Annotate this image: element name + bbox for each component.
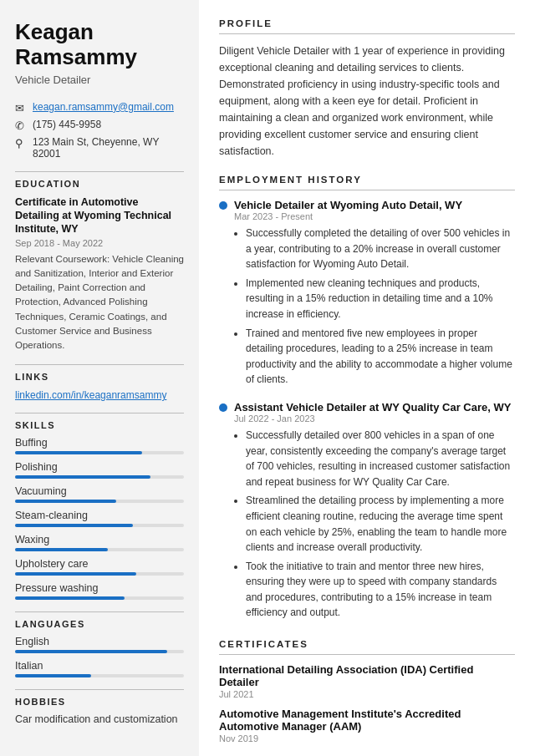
education-date: Sep 2018 - May 2022 xyxy=(15,238,184,248)
skill-bar-fill xyxy=(15,451,142,454)
emp-dot-col xyxy=(219,199,227,391)
skill-label: Pressure washing xyxy=(15,582,184,594)
linkedin-link[interactable]: linkedin.com/in/keaganramsammy xyxy=(15,389,166,401)
skill-item: Polishing xyxy=(15,461,184,479)
job-title: Assistant Vehicle Detailer at WY Quality… xyxy=(234,401,515,414)
skills-section-title: SKILLS xyxy=(15,420,184,430)
education-coursework: Relevant Coursework: Vehicle Cleaning an… xyxy=(15,252,184,353)
bullet-item: Streamlined the detailing process by imp… xyxy=(246,493,515,555)
bullet-item: Implemented new cleaning techniques and … xyxy=(246,276,515,322)
certificates-list: International Detailing Association (IDA… xyxy=(219,663,515,743)
employment-entry: Vehicle Detailer at Wyoming Auto Detail,… xyxy=(219,199,515,391)
email-link[interactable]: keagan.ramsammy@gmail.com xyxy=(33,101,174,113)
skill-bar-bg xyxy=(15,524,184,527)
certificate-name: Automotive Management Institute's Accred… xyxy=(219,708,515,733)
language-bar-fill xyxy=(15,650,167,653)
profile-text: Diligent Vehicle Detailer with 1 year of… xyxy=(219,43,515,160)
skill-bar-fill xyxy=(15,524,133,527)
bullet-item: Trained and mentored five new employees … xyxy=(246,326,515,388)
job-bullets: Successfully detailed over 800 vehicles … xyxy=(234,428,515,621)
candidate-title: Vehicle Detailer xyxy=(15,74,184,86)
contact-phone: ✆ (175) 445-9958 xyxy=(15,119,184,132)
skill-item: Waxing xyxy=(15,534,184,551)
linkedin-link-item: linkedin.com/in/keaganramsammy xyxy=(15,388,184,401)
job-date: Jul 2022 - Jan 2023 xyxy=(234,414,515,424)
emp-body: Vehicle Detailer at Wyoming Auto Detail,… xyxy=(234,199,515,391)
email-icon: ✉ xyxy=(15,102,27,114)
skill-bar-bg xyxy=(15,500,184,503)
language-item: Italian xyxy=(15,660,184,677)
contact-email: ✉ keagan.ramsammy@gmail.com xyxy=(15,101,184,114)
skill-bar-bg xyxy=(15,548,184,551)
hobbies-section-title: HOBBIES xyxy=(15,697,184,707)
language-item: English xyxy=(15,636,184,653)
certificates-section-title: CERTIFICATES xyxy=(219,639,515,649)
skill-bar-bg xyxy=(15,475,184,479)
languages-list: English Italian xyxy=(15,636,184,677)
employment-list: Vehicle Detailer at Wyoming Auto Detail,… xyxy=(219,199,515,624)
skill-label: Steam-cleaning xyxy=(15,510,184,521)
education-degree: Certificate in Automotive Detailing at W… xyxy=(15,195,184,236)
main-content: PROFILE Diligent Vehicle Detailer with 1… xyxy=(199,0,535,756)
language-bar-fill xyxy=(15,674,91,677)
contact-address: ⚲ 123 Main St, Cheyenne, WY 82001 xyxy=(15,136,184,160)
emp-dot xyxy=(219,403,227,412)
certificates-divider xyxy=(219,654,515,655)
profile-divider xyxy=(219,33,515,34)
sidebar: Keagan Ramsammy Vehicle Detailer ✉ keaga… xyxy=(0,0,199,756)
skill-label: Vacuuming xyxy=(15,485,184,497)
education-section-title: EDUCATION xyxy=(15,179,184,189)
bullet-item: Successfully detailed over 800 vehicles … xyxy=(246,428,515,490)
employment-divider xyxy=(219,190,515,190)
skill-item: Buffing xyxy=(15,437,184,454)
skill-bar-fill xyxy=(15,500,116,503)
language-bar-bg xyxy=(15,650,184,653)
language-bar-bg xyxy=(15,674,184,677)
emp-dot xyxy=(219,201,227,210)
certificate-entry: International Detailing Association (IDA… xyxy=(219,663,515,699)
certificate-date: Nov 2019 xyxy=(219,733,515,743)
skills-divider xyxy=(15,413,184,414)
skills-list: Buffing Polishing Vacuuming Steam-cleani… xyxy=(15,437,184,600)
education-divider xyxy=(15,171,184,172)
bullet-item: Took the initiative to train and mentor … xyxy=(246,559,515,621)
certificate-name: International Detailing Association (IDA… xyxy=(219,663,515,688)
skill-bar-bg xyxy=(15,451,184,454)
skill-bar-bg xyxy=(15,596,184,600)
skill-item: Vacuuming xyxy=(15,485,184,503)
links-divider xyxy=(15,364,184,365)
skill-label: Upholstery care xyxy=(15,558,184,570)
skill-bar-fill xyxy=(15,548,108,551)
certificate-entry: Automotive Management Institute's Accred… xyxy=(219,708,515,743)
languages-section-title: LANGUAGES xyxy=(15,619,184,629)
language-label: Italian xyxy=(15,660,184,672)
employment-entry: Assistant Vehicle Detailer at WY Quality… xyxy=(219,401,515,624)
skill-bar-fill xyxy=(15,572,136,576)
skill-label: Polishing xyxy=(15,461,184,473)
skill-label: Waxing xyxy=(15,534,184,545)
location-icon: ⚲ xyxy=(15,137,27,150)
candidate-name: Keagan Ramsammy xyxy=(15,20,184,70)
hobbies-text: Car modification and customization xyxy=(15,713,184,725)
job-bullets: Successfully completed the detailing of … xyxy=(234,226,515,388)
skill-item: Steam-cleaning xyxy=(15,510,184,527)
phone-number: (175) 445-9958 xyxy=(33,119,101,130)
job-title: Vehicle Detailer at Wyoming Auto Detail,… xyxy=(234,199,515,211)
skill-bar-fill xyxy=(15,596,125,600)
hobbies-divider xyxy=(15,689,184,690)
skill-bar-fill xyxy=(15,475,150,479)
address-text: 123 Main St, Cheyenne, WY 82001 xyxy=(33,136,184,160)
links-section-title: LINKS xyxy=(15,372,184,382)
language-label: English xyxy=(15,636,184,647)
skill-item: Upholstery care xyxy=(15,558,184,576)
emp-dot-col xyxy=(219,401,227,624)
skill-item: Pressure washing xyxy=(15,582,184,600)
emp-body: Assistant Vehicle Detailer at WY Quality… xyxy=(234,401,515,624)
languages-divider xyxy=(15,611,184,612)
job-date: Mar 2023 - Present xyxy=(234,211,515,221)
employment-section-title: EMPLOYMENT HISTORY xyxy=(219,175,515,185)
profile-section-title: PROFILE xyxy=(219,18,515,28)
phone-icon: ✆ xyxy=(15,119,27,132)
skill-label: Buffing xyxy=(15,437,184,449)
bullet-item: Successfully completed the detailing of … xyxy=(246,226,515,272)
